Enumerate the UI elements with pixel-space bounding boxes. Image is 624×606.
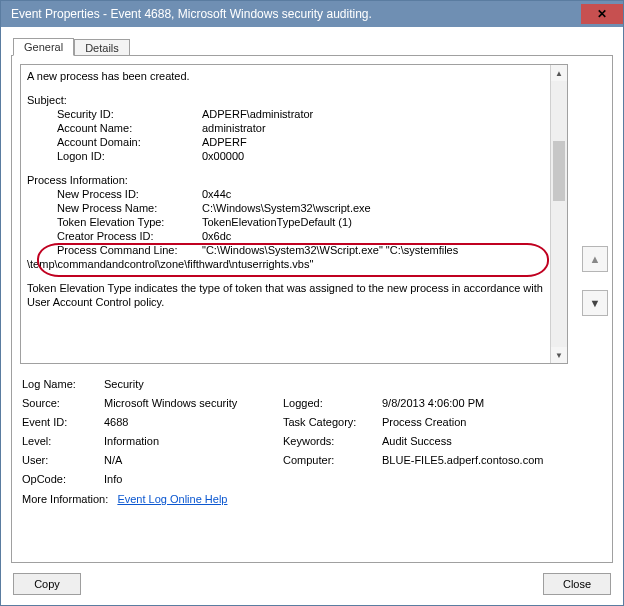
- opcode-value: Info: [104, 473, 568, 485]
- token-elev-value: TokenElevationTypeDefault (1): [202, 215, 565, 229]
- event-metadata: Log Name: Security Source: Microsoft Win…: [22, 378, 568, 485]
- next-event-button[interactable]: ▼: [582, 290, 608, 316]
- tab-general[interactable]: General: [13, 38, 74, 56]
- scroll-down-icon[interactable]: ▼: [551, 347, 567, 363]
- security-id-label: Security ID:: [57, 107, 202, 121]
- more-info-label: More Information:: [22, 493, 108, 505]
- event-log-online-help-link[interactable]: Event Log Online Help: [117, 493, 227, 505]
- event-properties-window: Event Properties - Event 4688, Microsoft…: [0, 0, 624, 606]
- level-value: Information: [104, 435, 279, 447]
- dialog-button-bar: Copy Close: [11, 573, 613, 595]
- keywords-label: Keywords:: [283, 435, 378, 447]
- account-domain-value: ADPERF: [202, 135, 565, 149]
- new-pname-label: New Process Name:: [57, 201, 202, 215]
- new-pid-label: New Process ID:: [57, 187, 202, 201]
- prev-event-button[interactable]: ▲: [582, 246, 608, 272]
- event-description-text: A new process has been created. Subject:…: [27, 69, 565, 309]
- cmdline-value-2: \temp\commandandcontrol\zone\fifthward\n…: [27, 257, 565, 271]
- more-information-row: More Information: Event Log Online Help: [22, 493, 604, 505]
- security-id-value: ADPERF\administrator: [202, 107, 565, 121]
- new-pname-value: C:\Windows\System32\wscript.exe: [202, 201, 565, 215]
- new-pid-value: 0x44c: [202, 187, 565, 201]
- close-button[interactable]: Close: [543, 573, 611, 595]
- log-name-value: Security: [104, 378, 568, 390]
- cmdline-label: Process Command Line:: [57, 243, 202, 257]
- token-elev-label: Token Elevation Type:: [57, 215, 202, 229]
- elevation-type-description: Token Elevation Type indicates the type …: [27, 281, 565, 309]
- arrow-down-icon: ▼: [590, 297, 601, 309]
- task-category-label: Task Category:: [283, 416, 378, 428]
- line-created: A new process has been created.: [27, 69, 565, 83]
- account-name-value: administrator: [202, 121, 565, 135]
- creator-pid-label: Creator Process ID:: [57, 229, 202, 243]
- client-area: General Details A new process has been c…: [1, 27, 623, 605]
- level-label: Level:: [22, 435, 100, 447]
- user-value: N/A: [104, 454, 279, 466]
- scrollbar-track[interactable]: [551, 81, 567, 347]
- source-label: Source:: [22, 397, 100, 409]
- creator-pid-value: 0x6dc: [202, 229, 565, 243]
- logon-id-label: Logon ID:: [57, 149, 202, 163]
- source-value: Microsoft Windows security: [104, 397, 279, 409]
- event-description-pane[interactable]: A new process has been created. Subject:…: [20, 64, 568, 364]
- account-name-label: Account Name:: [57, 121, 202, 135]
- event-nav: ▲ ▼: [582, 246, 608, 316]
- user-label: User:: [22, 454, 100, 466]
- event-id-value: 4688: [104, 416, 279, 428]
- logged-label: Logged:: [283, 397, 378, 409]
- computer-value: BLUE-FILE5.adperf.contoso.com: [382, 454, 568, 466]
- cmdline-value-1: "C:\Windows\System32\WScript.exe" "C:\sy…: [202, 243, 565, 257]
- tab-details[interactable]: Details: [74, 39, 130, 56]
- event-id-label: Event ID:: [22, 416, 100, 428]
- scrollbar-thumb[interactable]: [553, 141, 565, 201]
- copy-button[interactable]: Copy: [13, 573, 81, 595]
- logged-value: 9/8/2013 4:06:00 PM: [382, 397, 568, 409]
- subject-header: Subject:: [27, 93, 565, 107]
- log-name-label: Log Name:: [22, 378, 100, 390]
- account-domain-label: Account Domain:: [57, 135, 202, 149]
- general-panel: A new process has been created. Subject:…: [11, 55, 613, 563]
- opcode-label: OpCode:: [22, 473, 100, 485]
- computer-label: Computer:: [283, 454, 378, 466]
- titlebar[interactable]: Event Properties - Event 4688, Microsoft…: [1, 1, 623, 27]
- process-info-header: Process Information:: [27, 173, 565, 187]
- vertical-scrollbar[interactable]: ▲ ▼: [550, 65, 567, 363]
- arrow-up-icon: ▲: [590, 253, 601, 265]
- task-category-value: Process Creation: [382, 416, 568, 428]
- window-title: Event Properties - Event 4688, Microsoft…: [11, 7, 581, 21]
- logon-id-value: 0x00000: [202, 149, 565, 163]
- scroll-up-icon[interactable]: ▲: [551, 65, 567, 81]
- close-icon[interactable]: ✕: [581, 4, 623, 24]
- keywords-value: Audit Success: [382, 435, 568, 447]
- tab-strip: General Details: [13, 35, 613, 55]
